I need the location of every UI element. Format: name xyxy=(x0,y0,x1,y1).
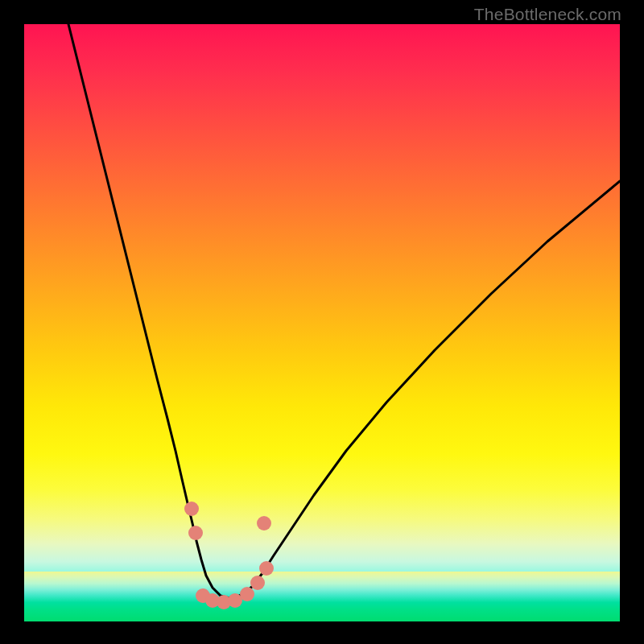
plot-area xyxy=(24,24,620,621)
bottom-gradient-band xyxy=(24,572,620,621)
watermark-text: TheBottleneck.com xyxy=(474,5,621,24)
heat-gradient-background xyxy=(24,24,620,621)
